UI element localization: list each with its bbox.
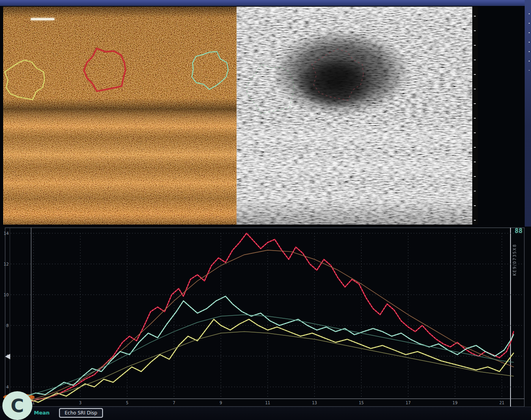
bmode-speckle-image <box>237 7 478 225</box>
svg-text:5: 5 <box>126 401 128 405</box>
figure-label: C <box>11 397 24 415</box>
right-depth-ruler <box>529 13 530 71</box>
figure-label-badge: C <box>2 391 32 420</box>
svg-text:7: 7 <box>173 401 175 405</box>
svg-text:15: 15 <box>359 401 364 405</box>
svg-text:10: 10 <box>4 293 9 297</box>
svg-text:9: 9 <box>220 401 222 405</box>
ultrasound-workstation-screen: 5mm 13579111315171921141210864 Echo Mean… <box>0 0 531 420</box>
bmode-image-panel[interactable]: 5mm <box>237 7 478 225</box>
svg-text:13: 13 <box>312 401 317 405</box>
svg-text:8: 8 <box>6 323 9 328</box>
svg-text:11: 11 <box>265 401 270 405</box>
echo-sri-disp-button[interactable]: Echo SRI Disp <box>59 408 103 418</box>
tic-chart[interactable]: 13579111315171921141210864 <box>0 227 531 420</box>
svg-text:3: 3 <box>79 401 82 405</box>
window-title-bar <box>0 0 531 6</box>
svg-text:17: 17 <box>406 401 411 405</box>
tab-mean[interactable]: Mean <box>34 410 50 416</box>
svg-text:19: 19 <box>453 401 458 405</box>
right-vertical-label: KE9/0735X8 <box>512 244 517 276</box>
svg-text:4: 4 <box>6 385 9 389</box>
ceus-scale-bar-icon <box>31 18 54 20</box>
bmode-scale-label: 5mm <box>462 216 472 220</box>
svg-text:14: 14 <box>4 231 9 236</box>
ceus-speckle-image <box>3 7 237 225</box>
ceus-image-panel[interactable] <box>3 7 237 225</box>
tic-chart-area[interactable]: 13579111315171921141210864 Echo Mean (li… <box>0 227 531 420</box>
grid-dots-icon[interactable]: 88 <box>515 227 523 234</box>
svg-text:12: 12 <box>4 262 9 266</box>
svg-text:21: 21 <box>499 401 505 405</box>
